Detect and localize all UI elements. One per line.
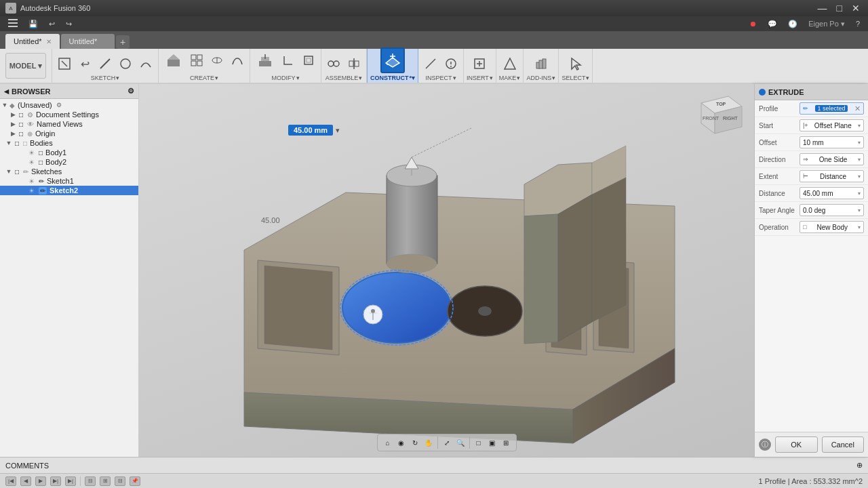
nav-play-btn[interactable]: ▶ [35, 476, 46, 486]
orbit-btn[interactable]: ↻ [409, 436, 421, 449]
tree-item-body2[interactable]: ☀ □ Body2 [0, 157, 138, 167]
help-btn[interactable]: ? [852, 18, 864, 29]
dimension-dropdown[interactable]: ▾ [336, 126, 340, 135]
distance-value[interactable]: 45.00 mm ▾ [800, 187, 864, 199]
comments-toggle[interactable]: ⊕ [856, 461, 863, 470]
tree-item-bodies[interactable]: ▼ □ □ Bodies [0, 138, 138, 148]
modify-label[interactable]: MODIFY▾ [272, 75, 300, 81]
model-dropdown-btn[interactable]: MODEL ▾ [5, 53, 46, 79]
pan-btn[interactable]: ✋ [422, 436, 435, 449]
direction-value[interactable]: ⇒ One Side ▾ [800, 153, 864, 165]
profile-value[interactable]: ✏ 1 selected ✕ [800, 102, 864, 115]
ok-button[interactable]: OK [775, 436, 818, 453]
extrude-btn[interactable] [161, 47, 186, 73]
press-pull-btn[interactable] [253, 47, 277, 73]
tree-item-named-views[interactable]: ▶ □ 👁 Named Views [0, 119, 138, 129]
inspect-icon-btn[interactable] [441, 54, 460, 73]
taper-angle-value[interactable]: 0.0 deg ▾ [800, 204, 864, 216]
maximize-button[interactable]: □ [834, 3, 845, 14]
measure-btn[interactable] [421, 54, 440, 73]
tree-item-root[interactable]: ▼ ◆ (Unsaved) ⚙ [0, 100, 138, 110]
display-mode-btn[interactable]: □ [473, 436, 485, 449]
tree-item-sketch1[interactable]: ☀ ✏ Sketch1 [0, 176, 138, 186]
tree-item-doc-settings[interactable]: ▶ □ ⚙ Document Settings [0, 110, 138, 119]
window-controls[interactable]: — □ ✕ [815, 3, 863, 14]
close-button[interactable]: ✕ [849, 3, 863, 14]
tab-untitled-2[interactable]: Untitled* ✕ [61, 34, 115, 49]
browser-settings-icon[interactable]: ⚙ [127, 87, 134, 96]
fillet-btn[interactable] [279, 51, 298, 70]
circle-tool-btn[interactable] [116, 54, 135, 73]
make-label[interactable]: MAKE▾ [499, 75, 521, 81]
extrude-info-btn[interactable]: ⓘ [759, 439, 771, 451]
tab-untitled-1[interactable]: Untitled* ✕ [5, 34, 60, 49]
tree-item-origin[interactable]: ▶ □ ⊕ Origin [0, 129, 138, 138]
dimension-value[interactable]: 45.00 mm [288, 125, 333, 136]
construct-plane-btn[interactable]: * [380, 47, 405, 73]
construct-label[interactable]: CONSTRUCT *▾ [370, 75, 415, 81]
start-dropdown-arrow: ▾ [858, 123, 861, 129]
tree-item-body1[interactable]: ☀ □ Body1 [0, 148, 138, 157]
tree-item-sketch2[interactable]: ☀ ✏ Sketch2 [0, 186, 138, 195]
timeline-markers-btn[interactable]: ⊞ [100, 476, 111, 486]
shell-btn[interactable] [299, 51, 318, 70]
tab-1-close[interactable]: ✕ [46, 38, 52, 45]
svg-text:FRONT: FRONT [703, 116, 719, 121]
record-btn[interactable]: ⏺ [745, 18, 761, 29]
operation-value[interactable]: □ New Body ▾ [800, 221, 864, 233]
sweep-btn[interactable] [228, 51, 247, 70]
addins-label[interactable]: ADD-INS▾ [526, 75, 555, 81]
offset-value[interactable]: 10 mm ▾ [800, 136, 864, 148]
viewcube[interactable]: TOP FRONT RIGHT [694, 89, 749, 144]
select-icon-btn[interactable] [566, 54, 585, 73]
insert-icon-btn[interactable] [470, 54, 489, 73]
zoom-in-btn[interactable]: 🔍 [454, 436, 467, 449]
grid-display-btn[interactable]: ⊞ [500, 436, 512, 449]
insert-label[interactable]: INSERT▾ [467, 75, 493, 81]
fit-all-btn[interactable]: ⤢ [441, 436, 453, 449]
profile-clear-btn[interactable]: ✕ [854, 104, 861, 113]
addins-icon-btn[interactable] [532, 54, 551, 73]
new-tab-button[interactable]: + [116, 35, 130, 49]
arc-tool-btn[interactable] [136, 54, 155, 73]
home-btn[interactable]: ⌂ [382, 436, 394, 449]
quick-save-btn[interactable]: 💾 [24, 18, 42, 30]
sketch-undo-btn[interactable]: ↩ [75, 54, 94, 73]
browser-collapse-btn[interactable]: ◀ [4, 88, 9, 95]
minimize-button[interactable]: — [815, 3, 830, 14]
clock-btn[interactable]: 🕐 [784, 18, 802, 30]
redo-btn[interactable]: ↪ [62, 18, 76, 30]
nav-fwd-btn[interactable]: ▶| [50, 476, 61, 486]
timeline-display-btn[interactable]: ⊟ [85, 476, 96, 486]
grid-btn[interactable] [187, 51, 206, 70]
visual-style-btn[interactable]: ▣ [486, 436, 498, 449]
align-btn[interactable] [344, 54, 363, 73]
cancel-button[interactable]: Cancel [822, 436, 865, 453]
sketch-stop-btn[interactable] [55, 54, 74, 73]
timeline-settings-btn[interactable]: ⊟ [115, 476, 125, 486]
timeline-pin-btn[interactable]: 📌 [130, 476, 140, 486]
chat-btn[interactable]: 💬 [764, 18, 781, 30]
make-icon-btn[interactable] [500, 54, 519, 73]
line-tool-btn[interactable] [96, 54, 115, 73]
inspect-label[interactable]: INSPECT▾ [426, 75, 456, 81]
select-label[interactable]: SELECT▾ [561, 75, 589, 81]
tab-2-close[interactable]: ✕ [101, 38, 106, 45]
user-profile[interactable]: Eigen Po ▾ [804, 18, 849, 30]
assemble-label[interactable]: ASSEMBLE▾ [326, 75, 363, 81]
nav-back-btn[interactable]: ◀ [20, 476, 31, 486]
create-label[interactable]: CREATE▾ [190, 75, 218, 81]
start-value[interactable]: |+ Offset Plane ▾ [800, 119, 864, 131]
tree-item-sketches[interactable]: ▼ □ ✏ Sketches [0, 167, 138, 176]
joint-btn[interactable] [324, 54, 343, 73]
gear-icon[interactable]: ⚙ [56, 102, 62, 108]
nav-last-btn[interactable]: ▶| [65, 476, 76, 486]
extent-value[interactable]: ⊢ Distance ▾ [800, 170, 864, 182]
nav-prev-btn[interactable]: |◀ [5, 476, 16, 486]
app-menu-icon[interactable] [4, 18, 22, 30]
viewport[interactable]: 45.00 mm ▾ 45.00 TOP FRONT [139, 84, 754, 457]
undo-btn[interactable]: ↩ [45, 18, 59, 30]
revolve-btn[interactable] [208, 51, 226, 70]
sketch-label[interactable]: SKETCH▾ [91, 75, 120, 81]
look-at-btn[interactable]: ◉ [395, 436, 408, 449]
